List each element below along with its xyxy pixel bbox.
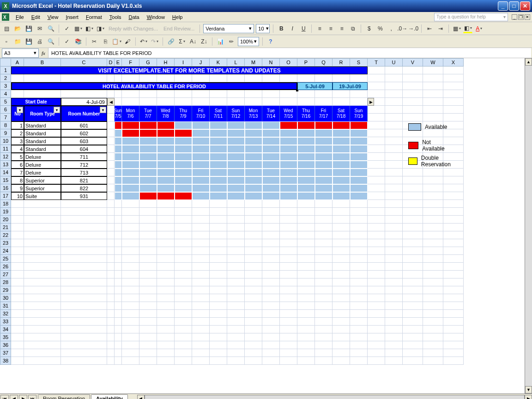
col-header-B[interactable]: B — [24, 58, 61, 66]
availability-cell[interactable] — [122, 121, 139, 129]
date-to-cell[interactable]: 19-Jul-09 — [332, 82, 368, 90]
row-header[interactable]: 2 — [0, 74, 11, 82]
availability-cell[interactable] — [245, 145, 262, 153]
availability-cell[interactable] — [192, 169, 210, 176]
availability-cell[interactable] — [227, 184, 245, 192]
print-icon[interactable]: 🖨 — [35, 37, 44, 46]
row-header[interactable]: 32 — [0, 310, 11, 318]
menu-insert[interactable]: Insert — [62, 13, 82, 21]
sheet-nav-next[interactable]: ▶ — [19, 395, 27, 399]
availability-cell[interactable] — [297, 161, 315, 169]
sort-asc-button[interactable]: A↓ — [188, 37, 198, 46]
availability-cell[interactable] — [315, 169, 332, 176]
availability-cell[interactable] — [262, 192, 280, 200]
availability-cell[interactable] — [157, 184, 175, 192]
availability-cell[interactable] — [192, 129, 210, 137]
availability-cell[interactable] — [157, 192, 175, 200]
room-number-cell[interactable]: 603 — [61, 137, 107, 145]
font-color-button[interactable]: A — [474, 24, 484, 33]
align-right-button[interactable]: ≡ — [337, 24, 346, 33]
availability-cell[interactable] — [332, 121, 350, 129]
availability-cell[interactable] — [115, 137, 122, 145]
col-header-D[interactable]: D — [107, 58, 115, 66]
availability-cell[interactable] — [192, 176, 210, 184]
availability-cell[interactable] — [157, 137, 175, 145]
availability-cell[interactable] — [332, 169, 350, 176]
availability-cell[interactable] — [175, 145, 192, 153]
availability-cell[interactable] — [122, 137, 139, 145]
row-header[interactable]: 30 — [0, 294, 11, 302]
availability-cell[interactable] — [297, 137, 315, 145]
availability-cell[interactable] — [139, 153, 157, 161]
availability-cell[interactable] — [210, 192, 227, 200]
name-box[interactable]: A3▾ — [2, 48, 39, 58]
availability-cell[interactable] — [227, 145, 245, 153]
availability-cell[interactable] — [280, 145, 297, 153]
availability-cell[interactable] — [262, 184, 280, 192]
col-header-E[interactable]: E — [115, 58, 122, 66]
menu-help[interactable]: Help — [169, 13, 187, 21]
row-header[interactable]: 37 — [0, 349, 11, 357]
row-header[interactable]: 29 — [0, 286, 11, 294]
availability-cell[interactable] — [115, 129, 122, 137]
availability-cell[interactable] — [227, 169, 245, 176]
col-header-N[interactable]: N — [262, 58, 280, 66]
show-markup-icon[interactable]: ▦ — [73, 24, 83, 33]
row-header[interactable]: 27 — [0, 271, 11, 278]
availability-cell[interactable] — [245, 121, 262, 129]
fill-color-button[interactable]: ◧ — [463, 24, 472, 33]
cut-icon[interactable]: ✂ — [90, 37, 99, 46]
paste-icon[interactable]: 📋 — [112, 37, 121, 46]
col-header-G[interactable]: G — [139, 58, 157, 66]
col-header-S[interactable]: S — [350, 58, 368, 66]
col-roomnumber-header[interactable]: Room Number▾ — [61, 106, 107, 121]
availability-cell[interactable] — [115, 145, 122, 153]
menu-edit[interactable]: Edit — [28, 13, 44, 21]
previous-comment-icon[interactable]: ◧ — [85, 24, 94, 33]
row-header[interactable]: 33 — [0, 318, 11, 326]
room-type-cell[interactable]: Standard — [24, 121, 61, 129]
availability-cell[interactable] — [262, 153, 280, 161]
comma-button[interactable]: , — [387, 24, 396, 33]
drawing-icon[interactable]: ✏ — [227, 37, 236, 46]
decrease-decimal-button[interactable]: →.0 — [409, 24, 418, 33]
row-header[interactable]: 20 — [0, 216, 11, 224]
availability-cell[interactable] — [227, 192, 245, 200]
zoom-selector[interactable]: 100%▾ — [238, 37, 259, 46]
menu-data[interactable]: Data — [125, 13, 143, 21]
availability-cell[interactable] — [227, 121, 245, 129]
scroll-left-button[interactable]: ◀ — [137, 395, 145, 399]
window-maximize-button[interactable]: □ — [509, 1, 519, 11]
availability-cell[interactable] — [280, 161, 297, 169]
availability-cell[interactable] — [332, 153, 350, 161]
open-folder-icon[interactable]: 📁 — [13, 37, 22, 46]
row-header[interactable]: 11 — [0, 145, 11, 153]
availability-cell[interactable] — [115, 169, 122, 176]
availability-cell[interactable] — [122, 161, 139, 169]
room-type-cell[interactable]: Deluxe — [24, 161, 61, 169]
availability-cell[interactable] — [210, 169, 227, 176]
underline-button[interactable]: U — [299, 24, 308, 33]
workbook-close-button[interactable]: ✕ — [525, 14, 530, 20]
room-no-cell[interactable]: 4 — [11, 145, 24, 153]
availability-cell[interactable] — [280, 121, 297, 129]
undo-button[interactable]: ↶ — [139, 37, 148, 46]
availability-cell[interactable] — [297, 169, 315, 176]
search-icon[interactable]: 🔍 — [46, 24, 55, 33]
availability-cell[interactable] — [297, 153, 315, 161]
room-no-cell[interactable]: 8 — [11, 176, 24, 184]
row-header[interactable]: 10 — [0, 137, 11, 145]
align-center-button[interactable]: ≡ — [326, 24, 335, 33]
start-date-value[interactable]: 4-Jul-09 — [61, 98, 107, 106]
calendar-scroll-right[interactable]: ▶ — [368, 98, 374, 106]
next-comment-icon[interactable]: ◨ — [96, 24, 105, 33]
availability-cell[interactable] — [157, 153, 175, 161]
availability-cell[interactable] — [280, 137, 297, 145]
availability-cell[interactable] — [350, 129, 368, 137]
availability-cell[interactable] — [280, 176, 297, 184]
availability-cell[interactable] — [332, 129, 350, 137]
col-header-A[interactable]: A — [11, 58, 24, 66]
availability-cell[interactable] — [157, 121, 175, 129]
col-roomtype-header[interactable]: Room Type▾ — [24, 106, 61, 121]
availability-cell[interactable] — [139, 129, 157, 137]
